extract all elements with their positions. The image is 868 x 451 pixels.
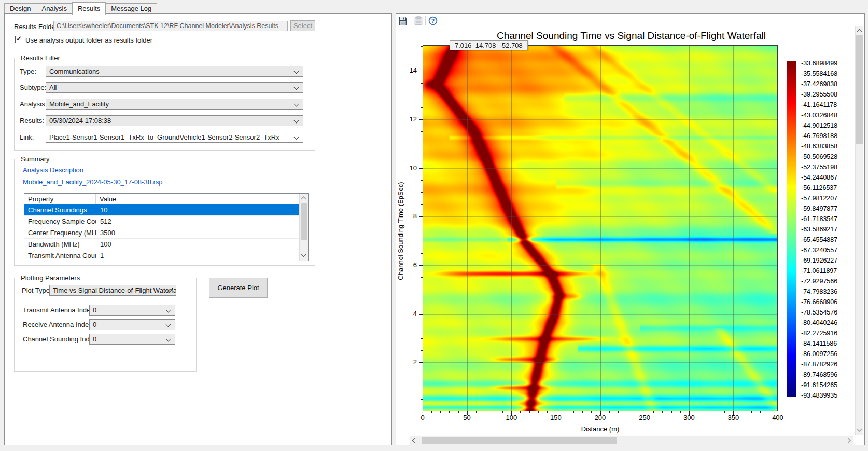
x-axis-tick-label: 50 [457,414,478,421]
column-header-property[interactable]: Property [24,194,96,204]
scrollbar-thumb[interactable] [856,35,863,144]
scroll-left-icon[interactable] [412,438,417,443]
grid-line-horizontal [423,314,778,315]
table-row[interactable]: Frequency Sample Count512 [24,216,300,227]
grid-line-horizontal [423,168,778,169]
colorbar-tick-label: -63.5869217 [801,226,848,234]
y-axis-minor-tick [421,302,423,302]
filter-combo-analysis[interactable]: Mobile_and_Facility [46,99,303,110]
results-folder-input[interactable]: C:\Users\swheeler\Documents\STK 12\RF Ch… [53,21,288,31]
colorbar-tick-label: -80.4040246 [801,319,848,327]
help-icon[interactable]: ? [428,16,438,25]
chevron-down-icon [294,135,299,140]
grid-line-horizontal [423,362,778,363]
x-axis-minor-tick [538,411,539,413]
scroll-down-icon[interactable] [301,252,306,257]
y-axis-tick [419,71,423,71]
colorbar-tick-label: -50.5069528 [801,153,848,161]
cell-value: 512 [96,216,300,227]
results-folder-label: Results Folder: [14,23,59,31]
scrollbar-thumb[interactable] [301,203,307,240]
grid-line-horizontal [423,216,778,217]
x-axis-minor-tick [662,411,663,413]
combo-value: 0 [93,321,96,329]
chevron-down-icon [294,118,299,124]
scrollbar-thumb[interactable] [422,437,617,444]
x-axis-tick [423,411,423,415]
x-axis-minor-tick [618,411,619,413]
grid-line-vertical [645,45,645,411]
scroll-up-icon[interactable] [301,197,306,202]
column-header-value[interactable]: Value [96,194,300,204]
generate-plot-button[interactable]: Generate Plot [209,278,268,298]
tab-design[interactable]: Design [4,3,36,13]
colorbar-tick-label: -33.6898499 [801,60,848,68]
x-axis-tick-label: 250 [634,414,655,421]
save-icon[interactable] [398,16,408,25]
x-axis-tick-label: 400 [767,414,788,421]
grid-line-vertical [689,45,690,411]
colorbar-tick-label: -74.7983236 [801,288,848,296]
x-axis-minor-tick [591,411,592,413]
scroll-down-icon[interactable] [857,427,862,432]
x-axis-minor-tick [609,411,610,413]
summary-link-0[interactable]: Analysis Description [23,166,83,174]
colorbar-tick-label: -76.6668906 [801,298,848,307]
x-axis-minor-tick [494,411,494,413]
x-axis-minor-tick [724,411,725,413]
filter-combo-type[interactable]: Communications [46,66,303,77]
tab-results[interactable]: Results [72,2,106,15]
use-output-folder-checkbox[interactable]: ✓ [15,36,22,43]
summary-title: Summary [19,155,52,163]
select-folder-button[interactable]: Select [290,20,315,31]
combo-value: 05/30/2024 17:08:38 [49,117,111,125]
index-combo-2[interactable]: 0 [89,334,175,345]
grid-line-horizontal [423,265,778,266]
scroll-up-icon[interactable] [857,29,862,34]
copy-icon [414,16,423,25]
x-axis-tick [733,411,734,415]
x-axis-minor-tick [698,411,698,413]
x-axis-minor-tick [636,411,636,413]
x-axis-minor-tick [769,411,769,413]
tab-analysis[interactable]: Analysis [36,3,72,13]
filter-label-results: Results: [20,117,44,125]
filter-combo-subtype[interactable]: All [46,82,303,93]
filter-combo-results[interactable]: 05/30/2024 17:08:38 [46,115,303,126]
table-row[interactable]: Bandwidth (MHz)100 [24,239,300,250]
index-combo-1[interactable]: 0 [89,319,175,330]
use-output-folder-label: Use analysis output folder as results fo… [25,36,152,44]
table-row[interactable]: Channel Soundings10 [24,204,300,216]
index-combo-0[interactable]: 0 [89,305,175,316]
table-row[interactable]: Transmit Antenna Count1 [24,250,300,261]
cell-value: 10 [96,204,300,216]
y-axis-tick [419,119,423,120]
plot-vertical-scrollbar[interactable] [855,26,863,435]
x-axis-tick-label: 150 [545,414,566,421]
x-axis-tick [689,411,690,415]
y-axis-tick [419,216,423,217]
tab-message-log[interactable]: Message Log [105,3,157,13]
scroll-right-icon[interactable] [846,438,851,443]
table-row[interactable]: Center Frequency (MHz)3500 [24,227,300,239]
plot-horizontal-scrollbar[interactable] [410,436,853,445]
colorbar-tick-label: -39.2955508 [801,91,848,99]
grid-line-vertical [600,45,601,411]
x-axis-minor-tick [529,411,530,413]
y-axis-minor-tick [421,387,423,387]
colorbar [787,61,796,397]
x-axis-minor-tick [751,411,752,413]
summary-link-1[interactable]: Mobile_and_Facility_2024-05-30_17-08-38.… [23,178,163,186]
colorbar-tick-label: -52.3755198 [801,163,848,172]
summary-table-scrollbar[interactable] [299,194,308,261]
filter-combo-link[interactable]: Place1-Sensor1-Sensor1_TxRx_to_GroundVeh… [46,132,303,143]
filter-label-type: Type: [20,67,36,75]
cell-property: Center Frequency (MHz) [24,227,96,239]
y-axis-tick-label: 10 [397,164,417,172]
colorbar-tick-label: -91.6154265 [801,381,848,390]
plot-type-combobox[interactable]: Time vs Signal Distance-of-Flight Waterf… [49,285,176,296]
cell-value: 1 [96,250,300,261]
grid-line-horizontal [423,119,778,120]
y-axis-minor-tick [421,156,423,156]
colorbar-tick-label: -57.9812207 [801,195,848,203]
